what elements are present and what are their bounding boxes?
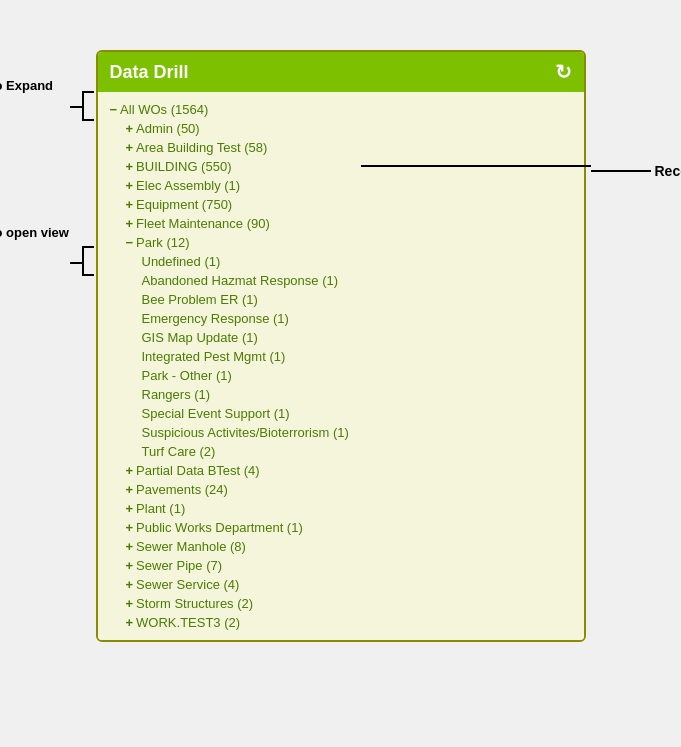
tree-item-pavements[interactable]: + Pavements (24) [110,480,572,499]
tree-item-partial-data[interactable]: + Partial Data BTest (4) [110,461,572,480]
tree-item-sewer-manhole[interactable]: + Sewer Manhole (8) [110,537,572,556]
tree-label-turf-care: Turf Care (2) [142,444,216,459]
record-count-label: Record Count [655,163,682,179]
tree-icon-elec-assembly: + [126,178,134,193]
tree-label-elec-assembly: Elec Assembly (1) [136,178,240,193]
tree-label-sewer-service: Sewer Service (4) [136,577,239,592]
tree-item-integrated-pest[interactable]: Integrated Pest Mgmt (1) [110,347,572,366]
tree-item-admin[interactable]: + Admin (50) [110,119,572,138]
tree-icon-all-wos: − [110,102,118,117]
tree-item-all-wos[interactable]: − All WOs (1564) [110,100,572,119]
tree-label-undefined: Undefined (1) [142,254,221,269]
tree-icon-public-works: + [126,520,134,535]
tree-label-admin: Admin (50) [136,121,200,136]
tree-item-turf-care[interactable]: Turf Care (2) [110,442,572,461]
tree-icon-fleet-maintenance: + [126,216,134,231]
tree-item-park-other[interactable]: Park - Other (1) [110,366,572,385]
open-view-bracket [82,246,94,276]
outer-wrapper: Click to Expand Click to open view Recor… [96,50,586,642]
tree-item-undefined[interactable]: Undefined (1) [110,252,572,271]
tree-label-storm-structures: Storm Structures (2) [136,596,253,611]
tree-icon-plant: + [126,501,134,516]
expand-annotation: Click to Expand [0,78,53,95]
tree-icon-storm-structures: + [126,596,134,611]
record-count-annotation: Record Count [591,163,682,179]
tree-label-all-wos: All WOs (1564) [120,102,208,117]
tree-label-bee-problem: Bee Problem ER (1) [142,292,258,307]
tree-item-gis-map[interactable]: GIS Map Update (1) [110,328,572,347]
tree-item-rangers[interactable]: Rangers (1) [110,385,572,404]
tree-icon-area-building-test: + [126,140,134,155]
tree-label-work-test3: WORK.TEST3 (2) [136,615,240,630]
expand-line [70,106,82,108]
tree-container: − All WOs (1564)+ Admin (50)+ Area Build… [110,100,572,632]
tree-item-work-test3[interactable]: + WORK.TEST3 (2) [110,613,572,632]
tree-icon-sewer-pipe: + [126,558,134,573]
panel-title: Data Drill [110,62,189,83]
tree-icon-sewer-service: + [126,577,134,592]
tree-item-park[interactable]: − Park (12) [110,233,572,252]
tree-item-storm-structures[interactable]: + Storm Structures (2) [110,594,572,613]
tree-icon-pavements: + [126,482,134,497]
tree-label-suspicious: Suspicious Activites/Bioterrorism (1) [142,425,349,440]
refresh-icon[interactable]: ↻ [555,60,572,84]
tree-label-park-other: Park - Other (1) [142,368,232,383]
tree-label-rangers: Rangers (1) [142,387,211,402]
tree-label-equipment: Equipment (750) [136,197,232,212]
tree-item-suspicious[interactable]: Suspicious Activites/Bioterrorism (1) [110,423,572,442]
tree-label-partial-data: Partial Data BTest (4) [136,463,260,478]
open-view-label: Click to open view [0,225,69,242]
tree-icon-building: + [126,159,134,174]
tree-item-abandoned-hazmat[interactable]: Abandoned Hazmat Response (1) [110,271,572,290]
open-view-annotation: Click to open view [0,225,69,242]
tree-label-pavements: Pavements (24) [136,482,228,497]
tree-item-emergency-response[interactable]: Emergency Response (1) [110,309,572,328]
tree-item-bee-problem[interactable]: Bee Problem ER (1) [110,290,572,309]
tree-label-public-works: Public Works Department (1) [136,520,303,535]
panel-body: − All WOs (1564)+ Admin (50)+ Area Build… [98,92,584,640]
tree-icon-park: − [126,235,134,250]
tree-icon-sewer-manhole: + [126,539,134,554]
tree-item-sewer-service[interactable]: + Sewer Service (4) [110,575,572,594]
tree-label-park: Park (12) [136,235,189,250]
tree-item-public-works[interactable]: + Public Works Department (1) [110,518,572,537]
tree-item-plant[interactable]: + Plant (1) [110,499,572,518]
expand-bracket [82,91,94,121]
tree-icon-work-test3: + [126,615,134,630]
tree-item-elec-assembly[interactable]: + Elec Assembly (1) [110,176,572,195]
tree-label-building: BUILDING (550) [136,159,231,174]
tree-label-sewer-manhole: Sewer Manhole (8) [136,539,246,554]
panel-header: Data Drill ↻ [98,52,584,92]
open-view-line [70,262,82,264]
expand-label: Click to Expand [0,78,53,95]
tree-label-emergency-response: Emergency Response (1) [142,311,289,326]
tree-item-sewer-pipe[interactable]: + Sewer Pipe (7) [110,556,572,575]
tree-icon-equipment: + [126,197,134,212]
tree-label-abandoned-hazmat: Abandoned Hazmat Response (1) [142,273,339,288]
tree-label-plant: Plant (1) [136,501,185,516]
tree-label-area-building-test: Area Building Test (58) [136,140,267,155]
tree-item-special-event[interactable]: Special Event Support (1) [110,404,572,423]
tree-label-fleet-maintenance: Fleet Maintenance (90) [136,216,270,231]
tree-label-integrated-pest: Integrated Pest Mgmt (1) [142,349,286,364]
tree-label-special-event: Special Event Support (1) [142,406,290,421]
tree-item-fleet-maintenance[interactable]: + Fleet Maintenance (90) [110,214,572,233]
tree-label-gis-map: GIS Map Update (1) [142,330,258,345]
data-drill-panel: Data Drill ↻ − All WOs (1564)+ Admin (50… [96,50,586,642]
tree-icon-partial-data: + [126,463,134,478]
record-count-arrow [361,165,591,167]
tree-item-equipment[interactable]: + Equipment (750) [110,195,572,214]
tree-label-sewer-pipe: Sewer Pipe (7) [136,558,222,573]
tree-item-area-building-test[interactable]: + Area Building Test (58) [110,138,572,157]
tree-icon-admin: + [126,121,134,136]
